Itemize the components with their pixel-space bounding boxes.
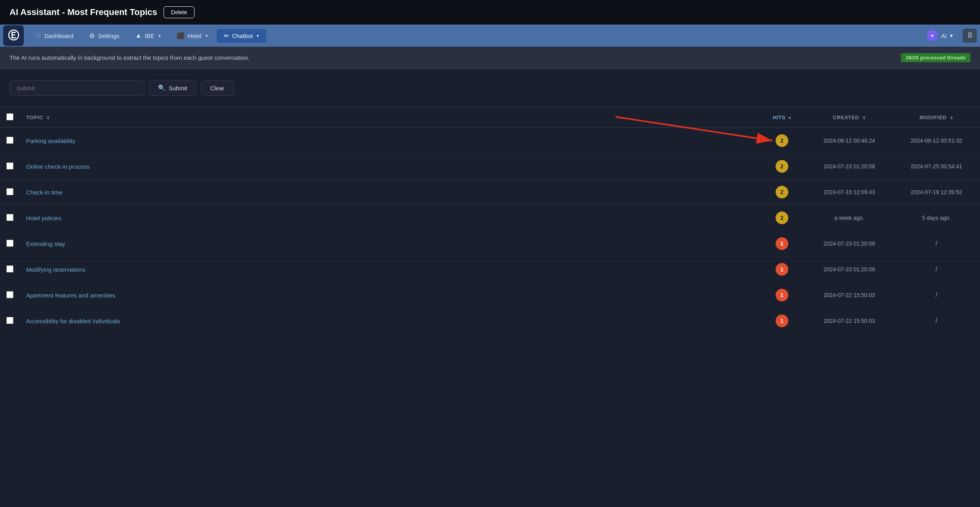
row-hits: 1 bbox=[758, 308, 806, 334]
created-sort-icon: ⇕ bbox=[862, 116, 866, 120]
nav-item-dashboard[interactable]: ♡ Dashboard bbox=[29, 29, 80, 43]
table-row: Extending stay12024-07-23 01:20:58/ bbox=[0, 231, 980, 257]
clear-button[interactable]: Clear bbox=[201, 80, 234, 96]
row-checkbox-cell bbox=[0, 154, 20, 179]
nav-bar: Ⓔ ♡ Dashboard ⚙ Settings ▲ IBE ▾ ⬛ Hotel… bbox=[0, 25, 980, 47]
row-hits: 1 bbox=[758, 257, 806, 282]
nav-label-dashboard: Dashboard bbox=[44, 32, 73, 39]
nav-item-chatbot[interactable]: ✏ Chatbot ▾ bbox=[217, 29, 267, 43]
row-modified: / bbox=[893, 257, 980, 282]
row-modified: / bbox=[893, 282, 980, 308]
nav-item-ibe[interactable]: ▲ IBE ▾ bbox=[128, 29, 168, 42]
ai-avatar-icon: ✦ bbox=[927, 30, 938, 41]
row-checkbox[interactable] bbox=[6, 162, 13, 170]
topic-link[interactable]: Modifying reservations bbox=[26, 266, 86, 273]
row-modified: 2024-07-19 12:39:52 bbox=[893, 179, 980, 205]
topic-link[interactable]: Extending stay bbox=[26, 240, 65, 247]
nav-items: ♡ Dashboard ⚙ Settings ▲ IBE ▾ ⬛ Hotel ▾… bbox=[29, 29, 921, 43]
row-created: 2024-07-23 01:20:58 bbox=[806, 231, 893, 257]
nav-item-settings[interactable]: ⚙ Settings bbox=[82, 29, 126, 43]
processed-badge: 28/28 processed threads bbox=[901, 53, 970, 62]
row-checkbox[interactable] bbox=[6, 240, 13, 247]
ai-chevron-icon: ▾ bbox=[950, 32, 953, 39]
row-checkbox-cell bbox=[0, 308, 20, 334]
row-topic[interactable]: Online check-in process bbox=[20, 154, 758, 179]
select-all-checkbox[interactable] bbox=[6, 113, 13, 120]
row-modified: 5 days ago. bbox=[893, 205, 980, 231]
page-title: AI Assistant - Most Frequent Topics bbox=[10, 7, 157, 17]
row-topic[interactable]: Check-in time bbox=[20, 179, 758, 205]
delete-button[interactable]: Delete bbox=[164, 6, 194, 18]
banner-text: The AI runs automatically in background … bbox=[10, 54, 250, 61]
table-row: Apartment features and amenities12024-07… bbox=[0, 282, 980, 308]
row-checkbox[interactable] bbox=[6, 214, 13, 221]
nav-item-hotel[interactable]: ⬛ Hotel ▾ bbox=[170, 29, 215, 43]
row-topic[interactable]: Extending stay bbox=[20, 231, 758, 257]
hits-badge: 2 bbox=[776, 186, 788, 198]
info-banner: The AI runs automatically in background … bbox=[0, 47, 980, 69]
table-body: Parking availability22024-06-12 00:46:24… bbox=[0, 128, 980, 334]
row-checkbox-cell bbox=[0, 257, 20, 282]
topic-link[interactable]: Check-in time bbox=[26, 189, 63, 196]
header-created[interactable]: CREATED ⇕ bbox=[806, 107, 893, 128]
hits-badge: 1 bbox=[776, 314, 788, 327]
nav-label-hotel: Hotel bbox=[188, 32, 202, 39]
hotel-icon: ⬛ bbox=[177, 32, 185, 40]
row-checkbox[interactable] bbox=[6, 137, 13, 144]
row-topic[interactable]: Accessibility for disabled individuals bbox=[20, 308, 758, 334]
table-header-row: TOPIC ⇕ HITS ▾ CREATED ⇕ MODIFIED ⇕ bbox=[0, 107, 980, 128]
search-input[interactable] bbox=[10, 80, 144, 96]
header-topic[interactable]: TOPIC ⇕ bbox=[20, 107, 758, 128]
hits-badge: 2 bbox=[776, 160, 788, 173]
row-checkbox-cell bbox=[0, 179, 20, 205]
row-checkbox-cell bbox=[0, 231, 20, 257]
chatbot-chevron-icon: ▾ bbox=[257, 33, 259, 38]
row-created: 2024-07-22 15:50:03 bbox=[806, 308, 893, 334]
header-checkbox-cell bbox=[0, 107, 20, 128]
topic-link[interactable]: Apartment features and amenities bbox=[26, 292, 115, 299]
table-row: Parking availability22024-06-12 00:46:24… bbox=[0, 128, 980, 154]
table-row: Online check-in process22024-07-23 01:20… bbox=[0, 154, 980, 179]
row-hits: 1 bbox=[758, 231, 806, 257]
row-hits: 2 bbox=[758, 154, 806, 179]
hits-sort-icon: ▾ bbox=[789, 116, 791, 120]
nav-ai-button[interactable]: ✦ AI ▾ bbox=[921, 27, 959, 44]
row-hits: 2 bbox=[758, 205, 806, 231]
row-checkbox[interactable] bbox=[6, 317, 13, 324]
header-hits[interactable]: HITS ▾ bbox=[758, 107, 806, 128]
topic-link[interactable]: Online check-in process bbox=[26, 163, 90, 170]
row-created: 2024-07-23 01:20:58 bbox=[806, 154, 893, 179]
row-checkbox[interactable] bbox=[6, 265, 13, 273]
ibe-icon: ▲ bbox=[135, 32, 142, 39]
row-modified: / bbox=[893, 308, 980, 334]
row-checkbox[interactable] bbox=[6, 188, 13, 195]
row-topic[interactable]: Parking availability bbox=[20, 128, 758, 154]
nav-right: ✦ AI ▾ ⠿ bbox=[921, 27, 977, 44]
row-created: a week ago. bbox=[806, 205, 893, 231]
header-modified[interactable]: MODIFIED ⇕ bbox=[893, 107, 980, 128]
hits-badge: 2 bbox=[776, 134, 788, 147]
ibe-chevron-icon: ▾ bbox=[158, 33, 161, 38]
row-created: 2024-07-19 12:09:43 bbox=[806, 179, 893, 205]
table-row: Check-in time22024-07-19 12:09:432024-07… bbox=[0, 179, 980, 205]
topic-link[interactable]: Hotel policies bbox=[26, 215, 61, 221]
topics-table: TOPIC ⇕ HITS ▾ CREATED ⇕ MODIFIED ⇕ Park… bbox=[0, 107, 980, 334]
topic-link[interactable]: Parking availability bbox=[26, 137, 75, 144]
hits-badge: 1 bbox=[776, 237, 788, 250]
topic-link[interactable]: Accessibility for disabled individuals bbox=[26, 318, 120, 324]
row-topic[interactable]: Modifying reservations bbox=[20, 257, 758, 282]
nav-logo[interactable]: Ⓔ bbox=[3, 25, 24, 46]
table-row: Hotel policies2a week ago.5 days ago. bbox=[0, 205, 980, 231]
row-created: 2024-06-12 00:46:24 bbox=[806, 128, 893, 154]
row-created: 2024-07-23 01:20:58 bbox=[806, 257, 893, 282]
row-checkbox[interactable] bbox=[6, 291, 13, 298]
topic-sort-icon: ⇕ bbox=[46, 116, 50, 120]
row-hits: 1 bbox=[758, 282, 806, 308]
table-row: Accessibility for disabled individuals12… bbox=[0, 308, 980, 334]
row-topic[interactable]: Apartment features and amenities bbox=[20, 282, 758, 308]
chatbot-icon: ✏ bbox=[224, 32, 229, 40]
nav-label-chatbot: Chatbot bbox=[232, 32, 253, 39]
submit-button[interactable]: 🔍 Submit bbox=[149, 80, 196, 96]
nav-grid-button[interactable]: ⠿ bbox=[963, 29, 977, 43]
row-topic[interactable]: Hotel policies bbox=[20, 205, 758, 231]
